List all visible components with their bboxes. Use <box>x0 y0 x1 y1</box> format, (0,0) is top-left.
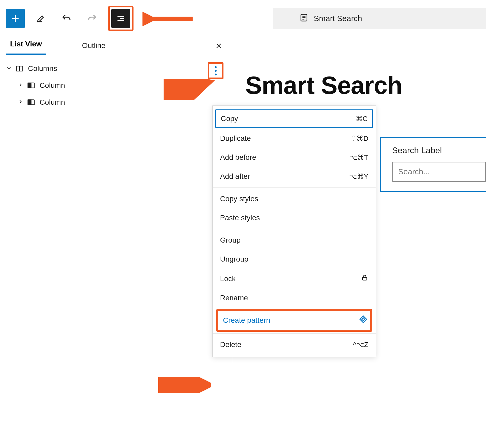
block-label: Column <box>40 98 65 107</box>
menu-create-pattern[interactable]: Create pattern <box>221 312 368 328</box>
block-label: Columns <box>28 64 57 73</box>
menu-shortcut: ⌘C <box>356 115 368 123</box>
menu-separator <box>213 333 376 334</box>
menu-rename[interactable]: Rename <box>213 288 376 307</box>
lock-icon <box>361 274 368 283</box>
block-label: Column <box>40 81 65 90</box>
top-smart-search-label: Smart Search <box>314 14 362 23</box>
columns-icon <box>14 64 25 73</box>
chevron-right-icon[interactable] <box>15 81 26 90</box>
document-overview-button[interactable] <box>111 9 130 28</box>
undo-button[interactable] <box>57 9 76 28</box>
menu-label: Delete <box>220 340 241 349</box>
menu-group[interactable]: Group <box>213 231 376 250</box>
block-column-row[interactable]: Column <box>3 94 229 111</box>
menu-label: Add after <box>220 172 250 181</box>
editor-toolbar: Smart Search <box>0 0 486 37</box>
edit-tool-button[interactable] <box>31 9 50 28</box>
menu-label: Paste styles <box>220 214 260 222</box>
menu-label: Add before <box>220 153 256 162</box>
block-columns-row[interactable]: Columns <box>3 60 229 77</box>
column-icon <box>26 81 36 90</box>
menu-ungroup[interactable]: Ungroup <box>213 250 376 269</box>
block-list: Columns Column Column <box>0 55 232 115</box>
tab-outline[interactable]: Outline <box>78 37 110 55</box>
menu-label: Create pattern <box>223 316 270 325</box>
menu-label: Ungroup <box>220 255 248 263</box>
column-icon <box>26 98 36 107</box>
top-smart-search-bar[interactable]: Smart Search <box>273 8 486 29</box>
overview-tabs: List View Outline <box>0 37 232 55</box>
svg-rect-6 <box>363 277 367 280</box>
svg-rect-5 <box>28 100 31 105</box>
chevron-down-icon[interactable] <box>4 64 14 73</box>
search-block[interactable]: Search Label <box>380 137 486 192</box>
page-title[interactable]: Smart Search <box>232 71 486 100</box>
menu-label: Copy <box>221 114 238 123</box>
search-input[interactable] <box>392 162 486 182</box>
menu-separator <box>213 187 376 188</box>
menu-shortcut: ^⌥Z <box>353 341 368 349</box>
doc-overview-highlight <box>108 6 134 31</box>
menu-copy[interactable]: Copy ⌘C <box>215 109 373 128</box>
chevron-right-icon[interactable] <box>15 98 26 107</box>
menu-shortcut: ⇧⌘D <box>351 134 368 143</box>
menu-create-pattern-highlight: Create pattern <box>216 309 372 332</box>
close-panel-button[interactable] <box>213 41 224 51</box>
menu-shortcut: ⌥⌘Y <box>349 172 368 181</box>
redo-button[interactable] <box>83 9 102 28</box>
block-column-row[interactable]: Column <box>3 77 229 94</box>
search-label[interactable]: Search Label <box>392 146 486 155</box>
block-options-button[interactable] <box>208 62 223 79</box>
pattern-icon <box>359 315 368 326</box>
menu-label: Lock <box>220 274 236 283</box>
add-block-button[interactable] <box>6 9 25 28</box>
menu-delete[interactable]: Delete ^⌥Z <box>213 335 376 354</box>
menu-shortcut: ⌥⌘T <box>349 153 368 162</box>
menu-label: Rename <box>220 294 248 302</box>
document-overview-panel: List View Outline Columns Col <box>0 37 232 448</box>
menu-label: Copy styles <box>220 195 258 203</box>
page-icon <box>299 13 308 24</box>
menu-add-after[interactable]: Add after ⌥⌘Y <box>213 167 376 186</box>
menu-add-before[interactable]: Add before ⌥⌘T <box>213 148 376 167</box>
tab-list-view[interactable]: List View <box>6 36 46 55</box>
menu-label: Duplicate <box>220 134 251 143</box>
menu-separator <box>213 229 376 229</box>
menu-label: Group <box>220 236 241 244</box>
menu-paste-styles[interactable]: Paste styles <box>213 208 376 227</box>
menu-duplicate[interactable]: Duplicate ⇧⌘D <box>213 129 376 148</box>
menu-copy-styles[interactable]: Copy styles <box>213 189 376 208</box>
menu-lock[interactable]: Lock <box>213 269 376 288</box>
svg-rect-3 <box>28 83 31 88</box>
block-options-menu: Copy ⌘C Duplicate ⇧⌘D Add before ⌥⌘T Add… <box>212 105 376 357</box>
